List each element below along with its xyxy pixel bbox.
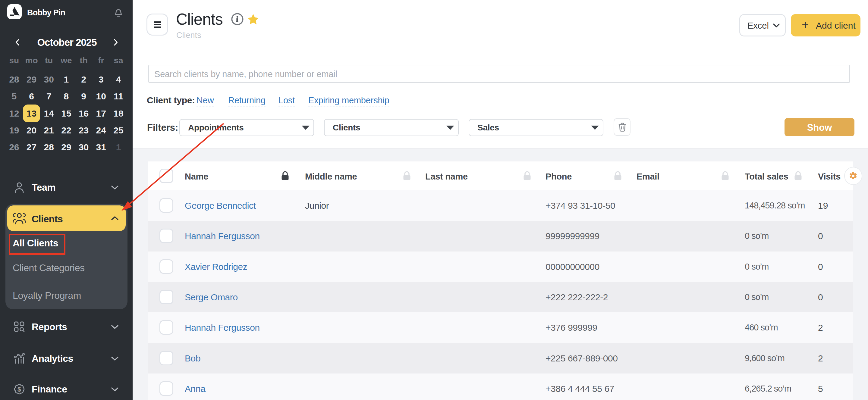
svg-text:$: $ xyxy=(18,386,21,393)
